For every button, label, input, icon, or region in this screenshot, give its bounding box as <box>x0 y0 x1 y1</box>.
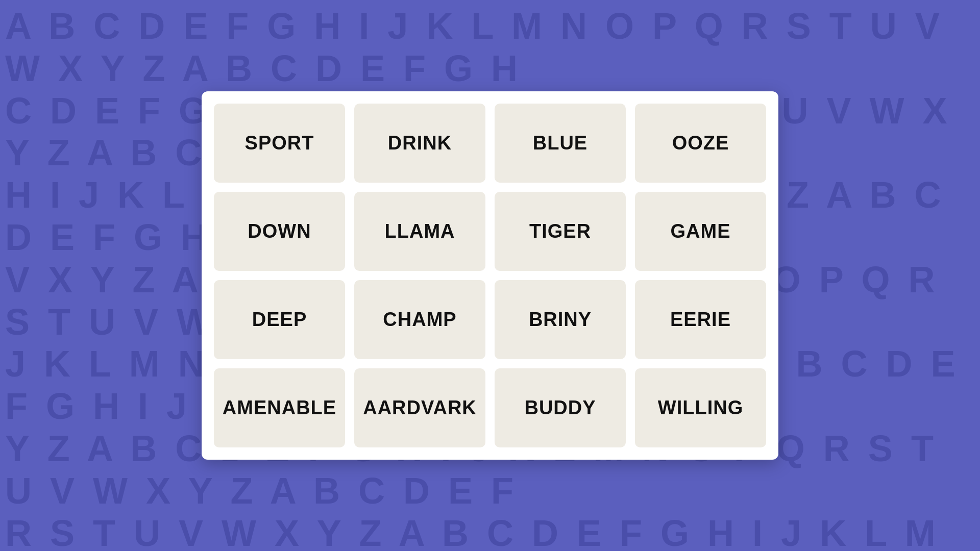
word-card-briny[interactable]: BRINY <box>495 280 626 359</box>
word-card-aardvark[interactable]: AARDVARK <box>354 368 485 447</box>
word-grid: SPORT DRINK BLUE OOZE DOWN LLAMA TIGER G… <box>214 104 766 447</box>
word-card-willing[interactable]: WILLING <box>635 368 766 447</box>
word-card-buddy[interactable]: BUDDY <box>495 368 626 447</box>
word-card-champ[interactable]: CHAMP <box>354 280 485 359</box>
word-card-amenable[interactable]: AMENABLE <box>214 368 345 447</box>
word-card-down[interactable]: DOWN <box>214 192 345 271</box>
word-grid-panel: SPORT DRINK BLUE OOZE DOWN LLAMA TIGER G… <box>202 91 778 460</box>
word-card-deep[interactable]: DEEP <box>214 280 345 359</box>
word-card-tiger[interactable]: TIGER <box>495 192 626 271</box>
word-card-blue[interactable]: BLUE <box>495 104 626 183</box>
word-card-sport[interactable]: SPORT <box>214 104 345 183</box>
word-card-drink[interactable]: DRINK <box>354 104 485 183</box>
word-card-eerie[interactable]: EERIE <box>635 280 766 359</box>
word-card-game[interactable]: GAME <box>635 192 766 271</box>
word-card-llama[interactable]: LLAMA <box>354 192 485 271</box>
word-card-ooze[interactable]: OOZE <box>635 104 766 183</box>
